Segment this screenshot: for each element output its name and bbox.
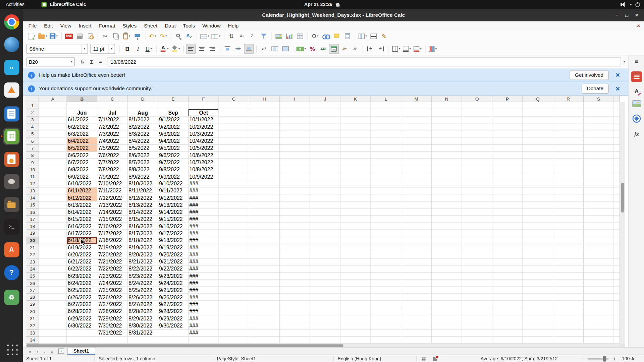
cell-K34[interactable] — [340, 337, 371, 344]
cell-B2[interactable]: Jun — [67, 109, 98, 116]
column-header-P[interactable]: P — [492, 96, 523, 102]
cell-B28[interactable]: 6/26/2022 — [67, 294, 98, 301]
cell-G20[interactable] — [219, 237, 250, 244]
cell-S30[interactable] — [584, 308, 614, 315]
cell-partial[interactable] — [614, 265, 620, 273]
cell-P13[interactable] — [492, 187, 523, 194]
zoom-level-label[interactable]: 100% — [622, 355, 634, 362]
cell-O8[interactable] — [462, 152, 493, 159]
cell-D15[interactable]: 8/13/2022 — [128, 201, 158, 208]
cell-N2[interactable] — [432, 109, 462, 116]
row-header-4[interactable]: 4 — [26, 123, 39, 130]
cell-E26[interactable]: 9/24/2022 — [158, 280, 189, 287]
cell-Q12[interactable] — [523, 180, 553, 187]
cell-M24[interactable] — [401, 265, 432, 273]
cell-S8[interactable] — [584, 152, 614, 159]
cell-Q3[interactable] — [523, 116, 553, 123]
cell-K29[interactable] — [340, 301, 371, 308]
cell-R22[interactable] — [553, 251, 584, 258]
cell-M4[interactable] — [401, 123, 432, 130]
cell-H7[interactable] — [249, 145, 280, 152]
vlc-dock-item[interactable] — [3, 81, 20, 98]
cell-N12[interactable] — [432, 180, 462, 187]
cell-E11[interactable]: 9/9/2022 — [158, 173, 189, 180]
cell-S25[interactable] — [584, 273, 614, 280]
dropdown-arrow-icon[interactable]: ▾ — [151, 47, 152, 50]
cell-M19[interactable] — [401, 230, 432, 237]
cell-G11[interactable] — [219, 173, 250, 180]
cell-C26[interactable]: 7/24/2022 — [97, 280, 128, 287]
cell-E23[interactable]: 9/21/2022 — [158, 258, 189, 265]
horizontal-scrollbar[interactable] — [26, 344, 620, 347]
cell-partial[interactable] — [614, 308, 620, 315]
dropdown-arrow-icon[interactable]: ▾ — [420, 47, 421, 50]
cell-I10[interactable] — [280, 166, 310, 173]
cell-J21[interactable] — [310, 244, 340, 251]
cell-F18[interactable]: ### — [189, 223, 219, 230]
cell-M17[interactable] — [401, 216, 432, 223]
row-header-18[interactable]: 18 — [26, 223, 39, 230]
cell-L26[interactable] — [371, 280, 401, 287]
cell-S31[interactable] — [584, 315, 614, 322]
center-vertically-button[interactable] — [233, 44, 243, 53]
cell-C3[interactable]: 7/1/2022 — [97, 116, 128, 123]
cell-P21[interactable] — [492, 244, 523, 251]
cell-H2[interactable] — [249, 109, 280, 116]
insert-comment-button[interactable] — [332, 31, 341, 41]
cell-P17[interactable] — [492, 216, 523, 223]
cell-C29[interactable]: 7/27/2022 — [97, 301, 128, 308]
cell-J8[interactable] — [310, 152, 340, 159]
row-header-19[interactable]: 19 — [26, 230, 39, 237]
cell-J29[interactable] — [310, 301, 340, 308]
column-header-K[interactable]: K — [340, 96, 371, 102]
dropdown-arrow-icon[interactable]: ▾ — [399, 47, 400, 50]
cell-partial[interactable] — [614, 294, 620, 301]
cell-N14[interactable] — [432, 194, 462, 201]
cell-B27[interactable]: 6/25/2022 — [67, 287, 98, 294]
cell-N19[interactable] — [432, 230, 462, 237]
cell-E8[interactable]: 9/6/2022 — [158, 152, 189, 159]
cell-F24[interactable]: ### — [189, 265, 219, 273]
cell-B19[interactable]: 6/17/2022 — [67, 230, 98, 237]
cell-F5[interactable]: 10/3/2022 — [189, 131, 219, 138]
cell-J2[interactable] — [310, 109, 340, 116]
cell-D13[interactable]: 8/11/2022 — [128, 187, 158, 194]
row-header-25[interactable]: 25 — [26, 273, 39, 280]
cell-Q7[interactable] — [523, 145, 553, 152]
find-replace-button[interactable] — [173, 31, 183, 41]
cell-D3[interactable]: 8/1/2022 — [128, 116, 158, 123]
cell-P16[interactable] — [492, 209, 523, 216]
cell-E17[interactable]: 9/15/2022 — [158, 216, 189, 223]
cell-F3[interactable]: 10/1/2022 — [189, 116, 219, 123]
cell-O9[interactable] — [462, 159, 493, 166]
cell-K9[interactable] — [340, 159, 371, 166]
cell-G24[interactable] — [219, 265, 250, 273]
row-header-13[interactable]: 13 — [26, 187, 39, 194]
cell-R4[interactable] — [553, 123, 584, 130]
cell-F32[interactable]: ### — [189, 322, 219, 329]
cell-F29[interactable]: ### — [189, 301, 219, 308]
cell-D32[interactable]: 8/30/2022 — [128, 322, 158, 329]
dropdown-arrow-icon[interactable]: ▾ — [167, 47, 168, 50]
cell-G8[interactable] — [219, 152, 250, 159]
cell-M33[interactable] — [401, 329, 432, 337]
cell-L25[interactable] — [371, 273, 401, 280]
cell-L30[interactable] — [371, 308, 401, 315]
cell-M28[interactable] — [401, 294, 432, 301]
cell-A8[interactable] — [39, 152, 67, 159]
cell-S24[interactable] — [584, 265, 614, 273]
cell-L33[interactable] — [371, 329, 401, 337]
cell-L29[interactable] — [371, 301, 401, 308]
cell-M5[interactable] — [401, 131, 432, 138]
cell-L28[interactable] — [371, 294, 401, 301]
cell-B7[interactable]: 6/5/2022 — [67, 145, 98, 152]
cell-B29[interactable]: 6/27/2022 — [67, 301, 98, 308]
cell-I34[interactable] — [280, 337, 310, 344]
cell-Q25[interactable] — [523, 273, 553, 280]
cell-I1[interactable] — [280, 102, 310, 109]
cell-P18[interactable] — [492, 223, 523, 230]
cell-O6[interactable] — [462, 138, 493, 145]
column-header-I[interactable]: I — [280, 96, 310, 102]
cell-O33[interactable] — [462, 329, 493, 337]
cell-Q28[interactable] — [523, 294, 553, 301]
